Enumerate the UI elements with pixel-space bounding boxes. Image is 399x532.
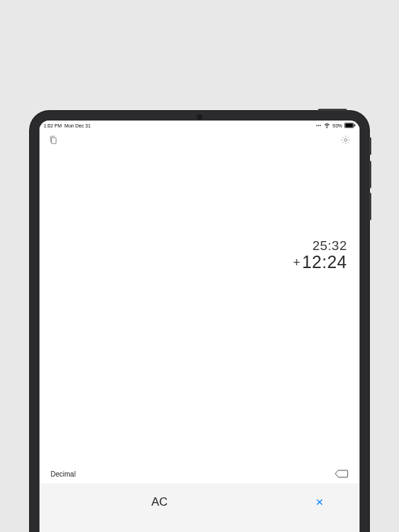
gear-icon[interactable] xyxy=(339,133,353,147)
ipad-frame: 1:02 PM Mon Dec 31 ••• 93% xyxy=(30,111,369,532)
display-value-2: 12:24 xyxy=(302,252,347,272)
status-time: 1:02 PM xyxy=(44,123,62,128)
wifi-icon xyxy=(323,123,330,128)
display-line-1: 25:32 xyxy=(293,238,347,254)
key-7[interactable]: 7 xyxy=(39,521,120,532)
display-line-2: +12:24 xyxy=(293,252,347,272)
backspace-icon[interactable] xyxy=(335,469,348,479)
key-9[interactable]: 9 xyxy=(200,521,280,532)
side-button-1 xyxy=(369,137,371,155)
volume-down-button xyxy=(369,193,371,220)
status-date: Mon Dec 31 xyxy=(64,123,91,128)
svg-rect-1 xyxy=(345,123,353,127)
screen: 1:02 PM Mon Dec 31 ••• 93% xyxy=(39,121,360,532)
status-battery-pct: 93% xyxy=(332,123,342,128)
key-8[interactable]: 8 xyxy=(120,521,200,532)
front-camera xyxy=(197,114,202,120)
key-divide[interactable]: / xyxy=(280,521,360,532)
key-ac[interactable]: AC xyxy=(39,484,280,521)
svg-point-4 xyxy=(344,139,347,141)
volume-up-button xyxy=(369,161,371,188)
mode-row: Decimal xyxy=(39,466,360,484)
mode-label[interactable]: Decimal xyxy=(51,470,76,478)
battery-icon xyxy=(344,123,355,128)
svg-rect-2 xyxy=(354,124,355,126)
keypad: AC × 7 8 9 / 4 5 6 − xyxy=(39,484,360,532)
power-button xyxy=(318,109,347,111)
status-bar: 1:02 PM Mon Dec 31 ••• 93% xyxy=(39,121,360,130)
display-operator: + xyxy=(293,256,301,270)
cellular-icon: ••• xyxy=(316,123,321,127)
toolbar xyxy=(39,130,360,150)
copy-icon[interactable] xyxy=(46,133,60,147)
svg-rect-3 xyxy=(51,138,56,144)
display-area: 25:32 +12:24 xyxy=(39,150,360,466)
key-multiply[interactable]: × xyxy=(280,484,360,521)
